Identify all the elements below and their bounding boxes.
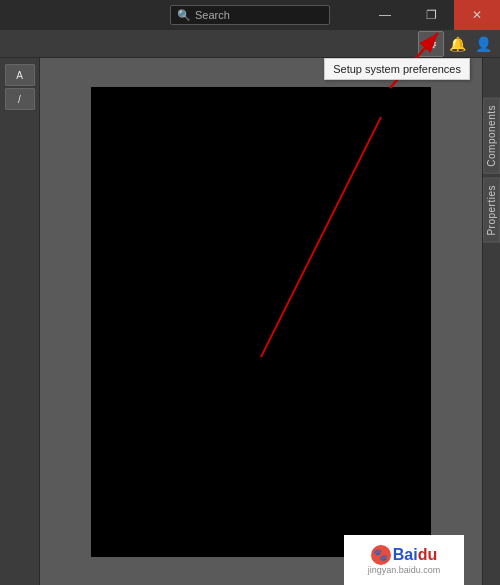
minimize-button[interactable]: —: [362, 0, 408, 30]
window-controls: — ❐ ✕: [362, 0, 500, 30]
bell-icon: 🔔: [449, 36, 466, 52]
text-tool-button[interactable]: A: [5, 64, 35, 86]
canvas: [91, 87, 431, 557]
user-button[interactable]: 👤: [470, 31, 496, 57]
canvas-area: 🐾 Baidu jingyan.baidu.com: [40, 58, 482, 585]
canvas-drawing: [91, 87, 431, 557]
search-label: Search: [195, 9, 230, 21]
watermark-text: Baidu: [393, 546, 437, 564]
restore-button[interactable]: ❐: [408, 0, 454, 30]
watermark-logo: 🐾 Baidu: [371, 545, 437, 565]
main-area: A / 🐾 Baidu jingyan.baidu.com: [0, 58, 500, 585]
text-tool-icon: A: [16, 70, 23, 81]
components-tab[interactable]: Components: [483, 98, 500, 174]
close-button[interactable]: ✕: [454, 0, 500, 30]
right-panel: Components Properties: [482, 58, 500, 585]
watermark: 🐾 Baidu jingyan.baidu.com: [344, 535, 464, 585]
paw-icon: 🐾: [371, 545, 391, 565]
bell-button[interactable]: 🔔: [444, 31, 470, 57]
tooltip: Setup system preferences: [324, 58, 470, 80]
left-toolbar: A /: [0, 58, 40, 585]
watermark-site: jingyan.baidu.com: [368, 565, 441, 575]
search-icon: 🔍: [177, 9, 191, 22]
svg-line-2: [261, 117, 381, 357]
gear-icon: ⚙: [425, 36, 438, 52]
user-icon: 👤: [475, 36, 492, 52]
titlebar: 🔍 Search — ❐ ✕: [0, 0, 500, 30]
brush-tool-button[interactable]: /: [5, 88, 35, 110]
properties-tab[interactable]: Properties: [483, 178, 500, 243]
toolbar: ⚙ 🔔 👤 Setup system preferences: [0, 30, 500, 58]
brush-tool-icon: /: [18, 94, 21, 105]
gear-button[interactable]: ⚙: [418, 31, 444, 57]
search-box[interactable]: 🔍 Search: [170, 5, 330, 25]
